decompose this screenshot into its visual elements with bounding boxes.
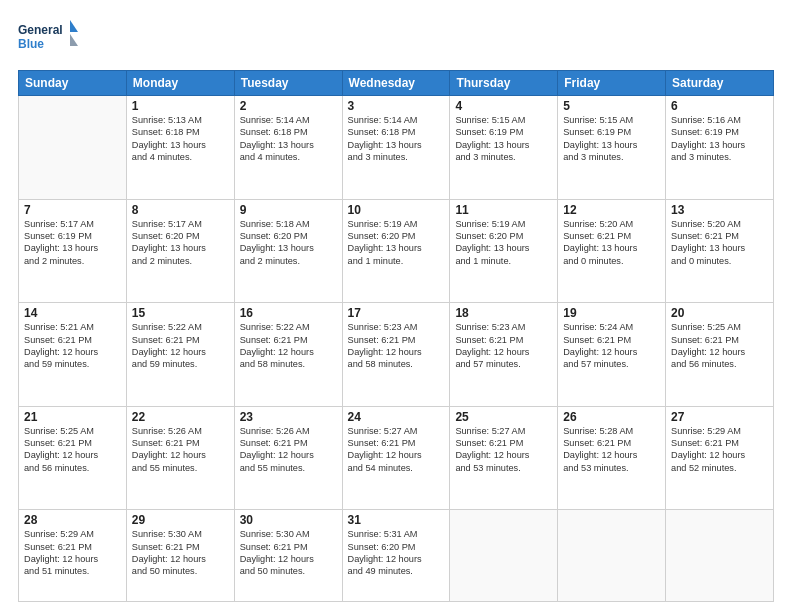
day-number: 3	[348, 99, 445, 113]
day-number: 18	[455, 306, 552, 320]
day-info: Sunrise: 5:15 AM Sunset: 6:19 PM Dayligh…	[563, 114, 660, 164]
day-cell: 8Sunrise: 5:17 AM Sunset: 6:20 PM Daylig…	[126, 199, 234, 303]
day-cell: 5Sunrise: 5:15 AM Sunset: 6:19 PM Daylig…	[558, 96, 666, 200]
day-info: Sunrise: 5:16 AM Sunset: 6:19 PM Dayligh…	[671, 114, 768, 164]
week-row-2: 7Sunrise: 5:17 AM Sunset: 6:19 PM Daylig…	[19, 199, 774, 303]
day-cell	[450, 510, 558, 602]
day-cell: 29Sunrise: 5:30 AM Sunset: 6:21 PM Dayli…	[126, 510, 234, 602]
page: General Blue SundayMondayTuesdayWednesda…	[0, 0, 792, 612]
day-cell: 19Sunrise: 5:24 AM Sunset: 6:21 PM Dayli…	[558, 303, 666, 407]
day-info: Sunrise: 5:22 AM Sunset: 6:21 PM Dayligh…	[240, 321, 337, 371]
day-cell: 27Sunrise: 5:29 AM Sunset: 6:21 PM Dayli…	[666, 406, 774, 510]
day-info: Sunrise: 5:19 AM Sunset: 6:20 PM Dayligh…	[455, 218, 552, 268]
day-cell: 2Sunrise: 5:14 AM Sunset: 6:18 PM Daylig…	[234, 96, 342, 200]
day-number: 10	[348, 203, 445, 217]
day-number: 24	[348, 410, 445, 424]
day-cell: 15Sunrise: 5:22 AM Sunset: 6:21 PM Dayli…	[126, 303, 234, 407]
day-number: 2	[240, 99, 337, 113]
day-cell: 1Sunrise: 5:13 AM Sunset: 6:18 PM Daylig…	[126, 96, 234, 200]
day-cell: 24Sunrise: 5:27 AM Sunset: 6:21 PM Dayli…	[342, 406, 450, 510]
day-number: 28	[24, 513, 121, 527]
day-number: 9	[240, 203, 337, 217]
day-info: Sunrise: 5:24 AM Sunset: 6:21 PM Dayligh…	[563, 321, 660, 371]
day-cell: 11Sunrise: 5:19 AM Sunset: 6:20 PM Dayli…	[450, 199, 558, 303]
day-cell: 3Sunrise: 5:14 AM Sunset: 6:18 PM Daylig…	[342, 96, 450, 200]
week-row-3: 14Sunrise: 5:21 AM Sunset: 6:21 PM Dayli…	[19, 303, 774, 407]
day-info: Sunrise: 5:31 AM Sunset: 6:20 PM Dayligh…	[348, 528, 445, 578]
day-number: 17	[348, 306, 445, 320]
day-number: 8	[132, 203, 229, 217]
day-cell: 25Sunrise: 5:27 AM Sunset: 6:21 PM Dayli…	[450, 406, 558, 510]
day-info: Sunrise: 5:25 AM Sunset: 6:21 PM Dayligh…	[671, 321, 768, 371]
day-number: 30	[240, 513, 337, 527]
svg-text:Blue: Blue	[18, 37, 44, 51]
day-number: 11	[455, 203, 552, 217]
day-info: Sunrise: 5:17 AM Sunset: 6:20 PM Dayligh…	[132, 218, 229, 268]
day-info: Sunrise: 5:25 AM Sunset: 6:21 PM Dayligh…	[24, 425, 121, 475]
day-info: Sunrise: 5:17 AM Sunset: 6:19 PM Dayligh…	[24, 218, 121, 268]
day-number: 26	[563, 410, 660, 424]
day-cell: 23Sunrise: 5:26 AM Sunset: 6:21 PM Dayli…	[234, 406, 342, 510]
day-number: 19	[563, 306, 660, 320]
day-number: 29	[132, 513, 229, 527]
week-row-4: 21Sunrise: 5:25 AM Sunset: 6:21 PM Dayli…	[19, 406, 774, 510]
day-number: 27	[671, 410, 768, 424]
day-number: 13	[671, 203, 768, 217]
day-number: 21	[24, 410, 121, 424]
day-cell: 7Sunrise: 5:17 AM Sunset: 6:19 PM Daylig…	[19, 199, 127, 303]
col-header-thursday: Thursday	[450, 71, 558, 96]
day-info: Sunrise: 5:21 AM Sunset: 6:21 PM Dayligh…	[24, 321, 121, 371]
header: General Blue	[18, 18, 774, 60]
day-cell: 26Sunrise: 5:28 AM Sunset: 6:21 PM Dayli…	[558, 406, 666, 510]
day-cell: 30Sunrise: 5:30 AM Sunset: 6:21 PM Dayli…	[234, 510, 342, 602]
col-header-sunday: Sunday	[19, 71, 127, 96]
week-row-5: 28Sunrise: 5:29 AM Sunset: 6:21 PM Dayli…	[19, 510, 774, 602]
day-info: Sunrise: 5:30 AM Sunset: 6:21 PM Dayligh…	[240, 528, 337, 578]
day-info: Sunrise: 5:14 AM Sunset: 6:18 PM Dayligh…	[348, 114, 445, 164]
day-number: 20	[671, 306, 768, 320]
day-cell: 12Sunrise: 5:20 AM Sunset: 6:21 PM Dayli…	[558, 199, 666, 303]
day-info: Sunrise: 5:23 AM Sunset: 6:21 PM Dayligh…	[455, 321, 552, 371]
day-number: 5	[563, 99, 660, 113]
header-row: SundayMondayTuesdayWednesdayThursdayFrid…	[19, 71, 774, 96]
day-number: 22	[132, 410, 229, 424]
day-info: Sunrise: 5:29 AM Sunset: 6:21 PM Dayligh…	[24, 528, 121, 578]
day-cell	[558, 510, 666, 602]
day-cell: 31Sunrise: 5:31 AM Sunset: 6:20 PM Dayli…	[342, 510, 450, 602]
day-cell	[666, 510, 774, 602]
day-info: Sunrise: 5:26 AM Sunset: 6:21 PM Dayligh…	[132, 425, 229, 475]
col-header-tuesday: Tuesday	[234, 71, 342, 96]
day-info: Sunrise: 5:20 AM Sunset: 6:21 PM Dayligh…	[671, 218, 768, 268]
col-header-friday: Friday	[558, 71, 666, 96]
day-number: 6	[671, 99, 768, 113]
day-number: 31	[348, 513, 445, 527]
day-info: Sunrise: 5:13 AM Sunset: 6:18 PM Dayligh…	[132, 114, 229, 164]
day-cell: 9Sunrise: 5:18 AM Sunset: 6:20 PM Daylig…	[234, 199, 342, 303]
day-info: Sunrise: 5:23 AM Sunset: 6:21 PM Dayligh…	[348, 321, 445, 371]
day-number: 12	[563, 203, 660, 217]
day-number: 16	[240, 306, 337, 320]
svg-marker-2	[70, 20, 78, 32]
day-info: Sunrise: 5:15 AM Sunset: 6:19 PM Dayligh…	[455, 114, 552, 164]
day-cell: 20Sunrise: 5:25 AM Sunset: 6:21 PM Dayli…	[666, 303, 774, 407]
day-info: Sunrise: 5:26 AM Sunset: 6:21 PM Dayligh…	[240, 425, 337, 475]
logo-svg: General Blue	[18, 18, 78, 60]
day-cell: 16Sunrise: 5:22 AM Sunset: 6:21 PM Dayli…	[234, 303, 342, 407]
svg-text:General: General	[18, 23, 63, 37]
day-number: 1	[132, 99, 229, 113]
day-info: Sunrise: 5:19 AM Sunset: 6:20 PM Dayligh…	[348, 218, 445, 268]
day-info: Sunrise: 5:20 AM Sunset: 6:21 PM Dayligh…	[563, 218, 660, 268]
day-cell: 6Sunrise: 5:16 AM Sunset: 6:19 PM Daylig…	[666, 96, 774, 200]
day-cell	[19, 96, 127, 200]
day-number: 15	[132, 306, 229, 320]
day-info: Sunrise: 5:14 AM Sunset: 6:18 PM Dayligh…	[240, 114, 337, 164]
day-info: Sunrise: 5:18 AM Sunset: 6:20 PM Dayligh…	[240, 218, 337, 268]
logo: General Blue	[18, 18, 78, 60]
col-header-saturday: Saturday	[666, 71, 774, 96]
day-info: Sunrise: 5:27 AM Sunset: 6:21 PM Dayligh…	[348, 425, 445, 475]
day-info: Sunrise: 5:22 AM Sunset: 6:21 PM Dayligh…	[132, 321, 229, 371]
day-cell: 14Sunrise: 5:21 AM Sunset: 6:21 PM Dayli…	[19, 303, 127, 407]
day-number: 4	[455, 99, 552, 113]
svg-marker-3	[70, 34, 78, 46]
day-cell: 13Sunrise: 5:20 AM Sunset: 6:21 PM Dayli…	[666, 199, 774, 303]
